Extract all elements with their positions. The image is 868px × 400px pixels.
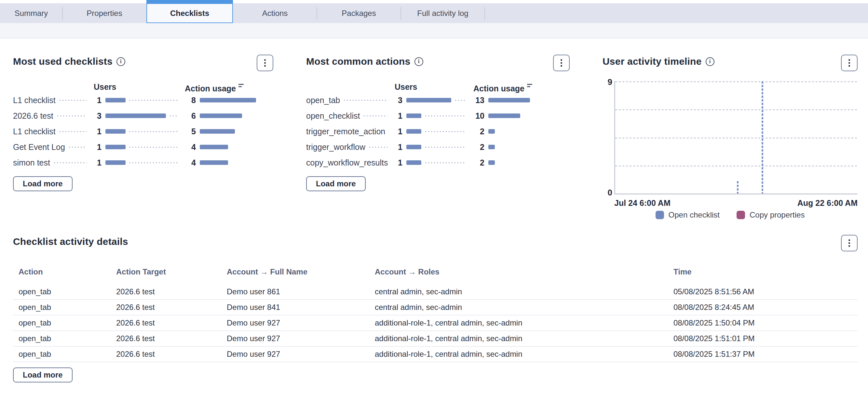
leader-line: [369, 147, 388, 147]
metric-users-bar: [105, 98, 126, 102]
x-axis-end-label: Aug 22 6:00 AM: [797, 198, 858, 208]
metric-action-value: 6: [182, 111, 196, 121]
leader-line: [69, 147, 87, 147]
table-cell: open_tab: [19, 319, 116, 328]
metric-users-bar: [105, 160, 126, 165]
metric-row: L1 checklist15: [13, 124, 273, 139]
chart-bar-open-checklist: [762, 81, 763, 194]
table-cell: 05/08/2025 8:51:56 AM: [674, 287, 858, 296]
metric-action-value: 10: [470, 111, 485, 121]
metric-col-header-users: Users: [392, 82, 470, 92]
table-cell: Demo user 927: [227, 319, 375, 328]
load-more-button[interactable]: Load more: [13, 367, 72, 382]
load-more-button[interactable]: Load more: [306, 176, 366, 191]
info-icon[interactable]: [706, 57, 714, 66]
legend-swatch: [656, 211, 664, 219]
metric-action-bar: [200, 98, 256, 102]
kebab-menu-button[interactable]: [841, 235, 858, 252]
metric-label: Get Event Log: [13, 142, 65, 152]
chart-bar-open-checklist: [737, 181, 739, 194]
metric-users-value: 1: [90, 142, 101, 152]
kebab-menu-button[interactable]: [553, 55, 570, 71]
tab-properties[interactable]: Properties: [62, 3, 146, 23]
x-axis-start-label: Jul 24 6:00 AM: [614, 198, 671, 208]
metric-row: 2026.6 test36: [13, 108, 273, 124]
metric-col-header-action-usage: Action usage: [182, 81, 273, 93]
info-icon[interactable]: [414, 57, 423, 66]
chart-gridline: [615, 166, 858, 167]
legend-label: Open checklist: [669, 210, 720, 220]
metric-users-bar: [105, 129, 126, 134]
tab-full-activity-log[interactable]: Full activity log: [401, 3, 485, 23]
panel-title: Most common actions: [306, 56, 410, 67]
legend-item-copy-properties[interactable]: Copy properties: [737, 210, 805, 220]
metric-action-bar: [488, 98, 530, 102]
info-icon[interactable]: [117, 57, 125, 66]
legend-label: Copy properties: [750, 210, 805, 220]
leader-line: [425, 131, 466, 132]
table-header-row: ActionAction TargetAccount → Full NameAc…: [13, 267, 858, 277]
table-header-cell: Action: [19, 267, 116, 276]
metric-users-value: 3: [392, 96, 402, 105]
sort-icon[interactable]: [239, 81, 244, 90]
tab-actions[interactable]: Actions: [233, 3, 317, 23]
metric-label: 2026.6 test: [13, 111, 53, 121]
sort-icon[interactable]: [527, 81, 533, 90]
table-header-cell: Account → Roles: [375, 267, 674, 276]
table-cell: 2026.6 test: [116, 334, 227, 343]
tab-packages[interactable]: Packages: [317, 3, 401, 23]
table-cell: open_tab: [19, 334, 116, 343]
table-cell: 2026.6 test: [116, 287, 227, 296]
metric-label: trigger_workflow: [306, 142, 365, 152]
metric-label: open_checklist: [306, 111, 360, 121]
y-axis-min-label: 0: [608, 188, 612, 198]
leader-line: [129, 131, 178, 132]
metric-users-value: 1: [392, 142, 402, 152]
table-cell: additional-role-1, central admin, sec-ad…: [375, 334, 674, 343]
table-row: open_tab2026.6 testDemo user 927addition…: [13, 315, 858, 331]
table-header-cell: Action Target: [116, 267, 227, 276]
table-cell: central admin, sec-admin: [375, 287, 674, 296]
leader-line: [425, 147, 466, 147]
metric-users-value: 1: [392, 127, 402, 136]
metric-users-bar: [406, 129, 421, 134]
chart-gridline: [615, 138, 858, 138]
metric-col-header-action-usage: Action usage: [470, 81, 570, 93]
table-cell: open_tab: [19, 303, 116, 312]
leader-line: [60, 100, 87, 101]
metric-users-bar: [406, 160, 421, 165]
leader-line: [344, 100, 388, 101]
tab-checklists[interactable]: Checklists: [146, 3, 233, 23]
metric-users-value: 1: [90, 158, 101, 167]
metric-row: copy_workflow_results12: [306, 155, 570, 170]
metric-row: trigger_workflow12: [306, 139, 570, 155]
tab-bar: SummaryPropertiesChecklistsActionsPackag…: [0, 0, 868, 23]
chart-gridline: [615, 109, 858, 110]
table-cell: Demo user 861: [227, 287, 375, 296]
metric-row: L1 checklist18: [13, 92, 273, 108]
activity-chart: 9 0 Jul 24 6:00 AM Aug 22 6:00 AM Open c…: [602, 81, 858, 220]
metric-action-value: 4: [182, 142, 196, 152]
y-axis-max-label: 9: [608, 77, 612, 87]
legend-item-open-checklist[interactable]: Open checklist: [656, 210, 720, 220]
details-table: open_tab2026.6 testDemo user 861central …: [13, 284, 858, 362]
metric-row: trigger_remote_action12: [306, 124, 570, 139]
kebab-icon: [848, 242, 850, 244]
kebab-menu-button[interactable]: [841, 55, 858, 71]
table-row: open_tab2026.6 testDemo user 927addition…: [13, 347, 858, 362]
metric-action-bar: [488, 145, 495, 149]
metric-users-value: 3: [90, 111, 101, 121]
leader-line: [425, 162, 466, 163]
tab-summary[interactable]: Summary: [0, 3, 62, 23]
table-header-cell: Account → Full Name: [227, 267, 375, 276]
chart-gridline: [615, 81, 858, 82]
load-more-button[interactable]: Load more: [13, 176, 72, 191]
leader-line: [455, 100, 466, 101]
metric-header-row: Users Action usage: [306, 81, 570, 92]
checklist-activity-details-section: Checklist activity details ActionAction …: [13, 236, 858, 382]
metric-label: copy_workflow_results: [306, 158, 388, 167]
metric-action-bar: [488, 160, 495, 165]
table-cell: 08/08/2025 1:51:37 PM: [674, 349, 858, 359]
kebab-menu-button[interactable]: [257, 55, 273, 71]
table-cell: 2026.6 test: [116, 349, 227, 359]
